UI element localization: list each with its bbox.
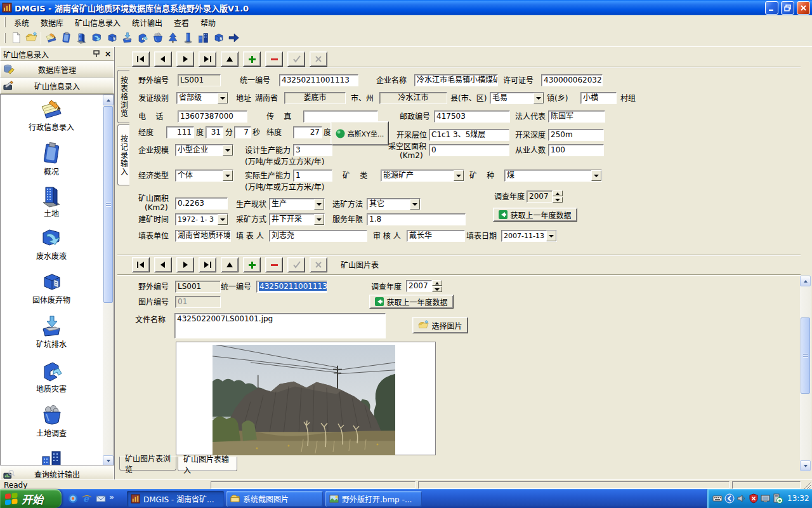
design-capacity-input[interactable]: 3 <box>293 144 332 156</box>
export-icon[interactable] <box>226 30 241 46</box>
scroll-thumb[interactable] <box>103 106 113 303</box>
vegetation-icon[interactable] <box>165 30 180 46</box>
mine-drainage-icon[interactable] <box>119 30 134 46</box>
tab-browse-by-table[interactable]: 按表格浏览 <box>117 70 129 123</box>
spin-up-icon[interactable] <box>432 280 442 286</box>
pic-field-no-input[interactable]: LS001 <box>175 281 221 293</box>
land-building-icon[interactable] <box>74 30 89 46</box>
employees-input[interactable]: 100 <box>548 144 604 156</box>
sidebar-close-icon[interactable]: × <box>105 50 111 58</box>
updates-tray-icon[interactable] <box>773 493 783 504</box>
nav-insert-button[interactable] <box>243 51 261 67</box>
fill-date-dropdown[interactable]: 2007-11-13 <box>501 230 557 242</box>
mining-depth-input[interactable]: 250m <box>548 129 604 141</box>
security-shield-tray-icon[interactable] <box>749 493 759 504</box>
auditor-input[interactable]: 戴长华 <box>407 230 465 242</box>
nav-next-button[interactable] <box>176 257 194 272</box>
production-status-dropdown[interactable]: 生产 <box>269 198 325 210</box>
start-button[interactable]: 开始 <box>0 489 62 508</box>
nav-cancel-button[interactable] <box>310 51 327 67</box>
scroll-down-button[interactable] <box>103 455 114 465</box>
nav-prior-button[interactable] <box>154 257 172 272</box>
enterprise-scale-dropdown[interactable]: 小型企业 <box>175 144 233 156</box>
dropdown-arrow-icon[interactable] <box>314 214 324 225</box>
nav-delete-button[interactable] <box>265 257 283 272</box>
build-time-dropdown[interactable]: 1972- 1- 3 <box>175 213 228 225</box>
dropdown-arrow-icon[interactable] <box>591 170 601 181</box>
scroll-up-button[interactable] <box>800 276 811 286</box>
open-file-icon[interactable] <box>23 30 39 46</box>
county-dropdown[interactable]: 毛易 <box>490 92 544 104</box>
minimize-button[interactable] <box>765 1 778 15</box>
prefecture-input[interactable]: 冷水江市 <box>379 92 447 104</box>
dropdown-arrow-icon[interactable] <box>454 170 464 181</box>
actual-capacity-input[interactable]: 1 <box>293 170 332 182</box>
phone-input[interactable]: 13607387000 <box>178 110 247 123</box>
nav-insert-button[interactable] <box>243 257 261 272</box>
enterprise-name-input[interactable]: 冷水江市毛易镇小横煤矿 <box>414 74 498 86</box>
fill-person-input[interactable]: 刘志尧 <box>269 230 367 242</box>
file-name-input[interactable]: 4325022007LS00101.jpg <box>174 313 386 338</box>
mine-area-input[interactable]: 0.2263 <box>175 197 228 210</box>
gauss-xy-button[interactable]: 高斯XY坐... <box>331 121 389 145</box>
nav-cancel-button[interactable] <box>310 257 327 272</box>
menu-view[interactable]: 查看 <box>168 15 195 30</box>
menu-system[interactable]: 系统 <box>8 15 35 30</box>
menu-help[interactable]: 帮助 <box>195 15 221 30</box>
nav-delete-button[interactable] <box>265 51 283 67</box>
economic-type-dropdown[interactable]: 个体 <box>175 170 233 182</box>
town-input[interactable]: 小横 <box>580 92 617 104</box>
nav-edit-button[interactable] <box>221 257 239 272</box>
goaf-area-input[interactable]: 0 <box>429 144 509 156</box>
service-years-input[interactable]: 1.8 <box>367 213 466 225</box>
nav-edit-button[interactable] <box>221 51 239 67</box>
nav-post-button[interactable] <box>287 257 305 272</box>
restore-button[interactable] <box>781 1 794 15</box>
pic-survey-year-spinner[interactable]: 2007 <box>406 280 442 292</box>
overview-icon[interactable] <box>58 30 74 46</box>
sidebar-item-geo-hazard[interactable]: 地质灾害 <box>1 359 102 394</box>
column-icon[interactable] <box>180 30 195 46</box>
nav-first-button[interactable] <box>132 257 150 272</box>
survey-year-spinner[interactable]: 2007 <box>527 190 563 203</box>
mining-method-dropdown[interactable]: 井下开采 <box>269 213 325 225</box>
taskbar-window-folder[interactable]: 系统截图图片 <box>226 491 323 507</box>
hide-icons-chevron-icon[interactable] <box>724 493 735 504</box>
menu-statistics-output[interactable]: 统计输出 <box>126 15 168 30</box>
menu-mine-info-entry[interactable]: 矿山信息录入 <box>69 15 126 30</box>
nav-prior-button[interactable] <box>154 51 172 67</box>
quick-launch-ie-icon[interactable]: e <box>81 493 93 504</box>
taskbar-window-bmp[interactable]: 野外版打开.bmp -... <box>325 491 422 507</box>
dropdown-arrow-icon[interactable] <box>314 199 324 210</box>
dropdown-arrow-icon[interactable] <box>223 145 233 156</box>
dropdown-arrow-icon[interactable] <box>218 93 228 104</box>
nav-next-button[interactable] <box>176 51 194 67</box>
city-input[interactable]: 娄底市 <box>284 92 346 104</box>
sidebar-section-database-manage[interactable]: 数据库管理 <box>0 61 114 77</box>
mine-class-dropdown[interactable]: 能源矿产 <box>381 170 464 182</box>
sidebar-section-mine-info-entry[interactable]: 矿山信息录入 <box>0 77 114 94</box>
nav-post-button[interactable] <box>287 51 305 67</box>
sidebar-item-overview[interactable]: 概况 <box>1 142 102 177</box>
new-file-icon[interactable] <box>8 30 23 46</box>
postcode-input[interactable]: 417503 <box>434 110 510 123</box>
record-entry-icon[interactable] <box>43 30 58 46</box>
sidebar-item-solid-waste[interactable]: 固体废弃物 <box>1 270 102 305</box>
sidebar-item-mine-drainage[interactable]: 矿坑排水 <box>1 314 102 350</box>
toolbar-grip[interactable] <box>4 33 6 43</box>
menubar-grip[interactable] <box>4 17 6 27</box>
volume-tray-icon[interactable] <box>737 493 747 504</box>
sidebar-item-partial[interactable] <box>1 448 102 465</box>
tab-input-by-record[interactable]: 按记录输入 <box>117 124 129 185</box>
choose-picture-button[interactable]: 选择图片 <box>412 317 468 333</box>
nav-last-button[interactable] <box>199 51 216 67</box>
cert-level-dropdown[interactable]: 省部级 <box>176 92 228 104</box>
fill-unit-input[interactable]: 湖南省地质环境 <box>175 230 231 242</box>
wastewater-icon[interactable] <box>89 30 104 46</box>
sidebar-scrollbar[interactable] <box>103 95 114 465</box>
nav-last-button[interactable] <box>199 257 216 272</box>
geo-hazard-icon[interactable] <box>134 30 150 46</box>
sidebar-item-admin-info[interactable]: 行政信息录入 <box>1 97 102 133</box>
unified-no-input[interactable]: 43250211001113 <box>279 74 358 86</box>
longitude-min-input[interactable]: 31 <box>206 126 223 138</box>
